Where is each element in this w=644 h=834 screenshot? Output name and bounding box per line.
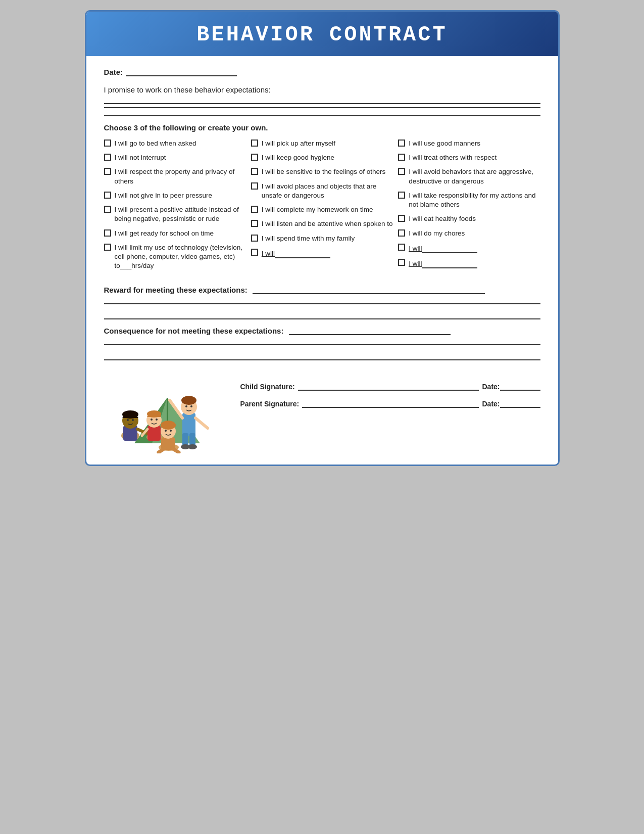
list-item-custom: I will [398,243,540,253]
checkbox[interactable] [398,244,405,251]
svg-point-8 [132,419,134,421]
consequence-input-line[interactable] [289,326,451,335]
checkbox[interactable] [251,206,258,213]
consequence-section: Consequence for not meeting these expect… [104,326,540,360]
promise-label: I promise to work on these behavior expe… [104,85,271,94]
item-text: I will pick up after myself [262,139,393,148]
date-input-line[interactable] [126,67,237,76]
checkbox[interactable] [104,154,111,161]
svg-point-7 [127,419,129,421]
list-item: I will be sensitive to the feelings of o… [251,167,393,176]
list-item: I will go to bed when asked [104,139,246,148]
checkbox[interactable] [251,140,258,147]
checkbox-column-3: I will use good manners I will treat oth… [398,139,540,275]
checkbox[interactable] [104,168,111,175]
checkbox[interactable] [104,206,111,213]
custom-input-line[interactable] [422,258,477,268]
checkbox[interactable] [398,154,405,161]
parent-signature-row: Parent Signature: Date: [240,400,540,408]
child-sig-input[interactable] [298,383,479,391]
svg-line-34 [159,448,165,452]
parent-sig-input[interactable] [302,400,479,408]
signature-section: Child Signature: Date: Parent Signature:… [104,367,540,453]
custom-prefix: I will [409,260,422,267]
list-item: I will limit my use of technology (telev… [104,243,246,271]
item-text: I will treat others with respect [409,153,540,162]
promise-input-line[interactable] [104,96,540,104]
item-text: I will avoid places and objects that are… [262,182,393,200]
item-text: I will not interrupt [115,153,246,162]
checkbox[interactable] [251,249,258,256]
svg-rect-11 [147,426,161,441]
item-text: I will [409,258,540,268]
checkbox[interactable] [398,192,405,199]
svg-point-15 [156,419,158,421]
reward-input-line[interactable] [253,285,485,294]
parent-date-input[interactable] [500,400,540,408]
item-text: I will take responsibility for my action… [409,191,540,209]
page-header: BEHAVIOR CONTRACT [86,12,558,56]
custom-prefix: I will [262,250,275,257]
checkbox[interactable] [398,259,405,266]
list-item: I will avoid behaviors that are aggressi… [398,167,540,186]
checkbox[interactable] [104,140,111,147]
svg-rect-25 [189,433,195,446]
item-text: I will listen and be attentive when spok… [262,219,393,228]
item-text: I will be sensitive to the feelings of o… [262,167,393,176]
list-item: I will spend time with my family [251,234,393,243]
svg-point-21 [190,405,192,407]
item-text: I will [409,243,540,253]
svg-rect-17 [182,413,195,436]
svg-line-23 [195,418,208,428]
svg-point-19 [181,396,196,405]
checkbox[interactable] [251,168,258,175]
page-title: BEHAVIOR CONTRACT [96,23,548,47]
svg-point-14 [151,419,153,421]
item-text: I will avoid behaviors that are aggressi… [409,167,540,186]
child-date-input[interactable] [500,383,540,391]
kids-svg [104,367,230,453]
reward-section: Reward for meeting these expectations: [104,285,540,319]
reward-line-1[interactable] [104,296,540,304]
list-item-custom: I will [251,248,393,258]
checkbox[interactable] [251,235,258,242]
checkbox[interactable] [251,220,258,227]
checkbox[interactable] [398,215,405,222]
checkbox[interactable] [398,229,405,237]
custom-input-line[interactable] [422,243,477,253]
child-signature-row: Child Signature: Date: [240,383,540,391]
list-item: I will do my chores [398,229,540,238]
form-content: Date: I promise to work on these behavio… [86,56,558,465]
item-text: I will keep good hygiene [262,153,393,162]
promise-row: I promise to work on these behavior expe… [104,85,540,104]
reward-label-row: Reward for meeting these expectations: [104,285,540,294]
item-text: I will go to bed when asked [115,139,246,148]
consequence-line-2[interactable] [104,352,540,360]
checkbox[interactable] [251,154,258,161]
list-item: I will keep good hygiene [251,153,393,162]
checkbox[interactable] [104,192,111,199]
item-text: I will spend time with my family [262,234,393,243]
checkbox-column-2: I will pick up after myself I will keep … [251,139,393,275]
reward-label: Reward for meeting these expectations: [104,286,247,294]
checkbox[interactable] [398,168,405,175]
checkbox[interactable] [251,182,258,190]
consequence-label-row: Consequence for not meeting these expect… [104,326,540,335]
parent-date-label: Date: [482,400,500,408]
list-item: I will treat others with respect [398,153,540,162]
section-divider [104,107,540,108]
checkbox[interactable] [104,244,111,251]
item-text: I will complete my homework on time [262,205,393,214]
list-item: I will get ready for school on time [104,229,246,238]
item-text: I will [262,248,393,258]
list-item: I will not interrupt [104,153,246,162]
consequence-line-1[interactable] [104,337,540,345]
reward-line-2[interactable] [104,311,540,319]
checkbox[interactable] [398,140,405,147]
checkbox-column-1: I will go to bed when asked I will not i… [104,139,246,275]
list-item: I will pick up after myself [251,139,393,148]
item-text: I will not give in to peer pressure [115,191,246,200]
list-item-custom: I will [398,258,540,268]
checkbox[interactable] [104,229,111,237]
custom-input-line[interactable] [275,248,330,258]
